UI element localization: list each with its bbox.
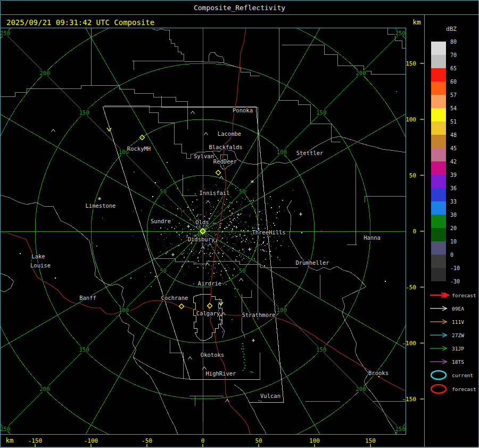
echo-pixel [221,242,221,242]
echo-pixel [213,273,214,274]
echo-pixel-green [243,356,244,357]
ring-label-200: 200 [40,70,50,76]
echo-pixel [238,251,238,251]
echo-pixel [254,227,255,229]
x-axis-label-150: 150 [365,437,376,444]
echo-pixel [259,240,260,240]
echo-pixel [203,267,204,268]
echo-pixel [196,199,197,200]
echo-pixel [191,205,192,205]
echo-pixel [222,203,224,204]
echo-pixel [155,276,156,277]
echo-pixel [211,233,211,233]
echo-pixel [201,265,201,266]
echo-pixel [235,296,236,297]
echo-pixel [220,262,220,262]
echo-pixel-green [250,371,252,372]
echo-pixel [205,228,207,229]
radar-scene: Composite_Reflectivity 2025/09/21 09:31:… [0,0,479,448]
echo-pixel [141,210,142,210]
echo-pixel [221,234,221,234]
echo-pixel [198,231,199,232]
echo-pixel [184,211,184,211]
echo-pixel [211,266,212,266]
echo-pixel [177,231,177,232]
echo-pixel [241,205,241,205]
echo-pixel [271,227,272,228]
echo-pixel [220,240,221,241]
echo-pixel-blue [233,236,234,237]
echo-pixel [257,225,257,225]
echo-pixel [185,223,185,224]
echo-pixel [213,207,214,208]
echo-pixel [229,249,229,249]
echo-pixel [241,222,241,222]
echo-pixel-blue [193,283,194,284]
echo-pixel [221,223,222,224]
echo-pixel [255,213,256,213]
echo-pixel [207,232,207,232]
echo-pixel [225,234,225,235]
colorbar-value-10: 10 [450,239,457,245]
echo-pixel [227,223,228,224]
echo-pixel [176,226,176,226]
echo-pixel [211,209,212,210]
colorbar-value-65: 65 [450,66,457,71]
echo-pixel [212,232,212,232]
echo-pixel [215,234,216,235]
echo-pixel [183,237,184,237]
echo-pixel [229,218,230,219]
ring-label-200: 200 [356,386,366,392]
echo-pixel-green [242,351,244,352]
echo-pixel [232,213,233,214]
echo-pixel [250,241,250,241]
echo-pixel [218,263,219,264]
place-label-cochrane: Cochrane [161,295,188,301]
echo-pixel-blue [259,211,260,213]
echo-pixel [168,252,168,252]
echo-pixel [260,249,261,250]
echo-pixel-green [252,372,253,373]
echo-pixel [181,266,183,267]
echo-pixel [220,227,221,228]
echo-pixel [197,267,197,267]
echo-pixel [239,239,240,239]
echo-pixel [232,237,233,238]
echo-pixel [209,279,209,280]
echo-pixel [222,277,222,278]
echo-pixel [238,214,239,215]
echo-pixel [232,184,233,185]
echo-pixel [263,246,263,247]
echo-pixel [181,215,182,216]
echo-pixel [248,243,249,244]
colorbar-value-20: 20 [450,225,457,231]
echo-pixel [191,229,192,230]
echo-pixel [238,262,239,263]
echo-pixel [235,231,235,232]
echo-pixel [243,250,243,251]
echo-pixel [254,258,255,259]
echo-pixel [219,224,220,224]
echo-pixel [189,249,189,250]
echo-pixel [189,249,189,249]
echo-pixel [208,245,209,246]
echo-pixel [276,214,276,215]
echo-pixel [176,227,177,227]
echo-pixel [226,227,227,228]
echo-pixel [151,286,152,287]
colorbar-value-57: 57 [450,92,457,98]
echo-pixel [229,234,230,235]
echo-pixel-blue [241,348,242,349]
y-axis-label--150: -150 [402,396,417,403]
echo-pixel [186,235,187,235]
echo-pixel [241,242,241,243]
echo-pixel [202,243,203,244]
echo-pixel [196,251,196,251]
echo-pixel [243,235,243,236]
echo-pixel [245,229,245,230]
echo-pixel [190,230,191,230]
ring-label-100: 100 [119,307,129,313]
echo-pixel [209,244,210,245]
echo-pixel [210,252,211,254]
echo-pixel [222,256,223,257]
